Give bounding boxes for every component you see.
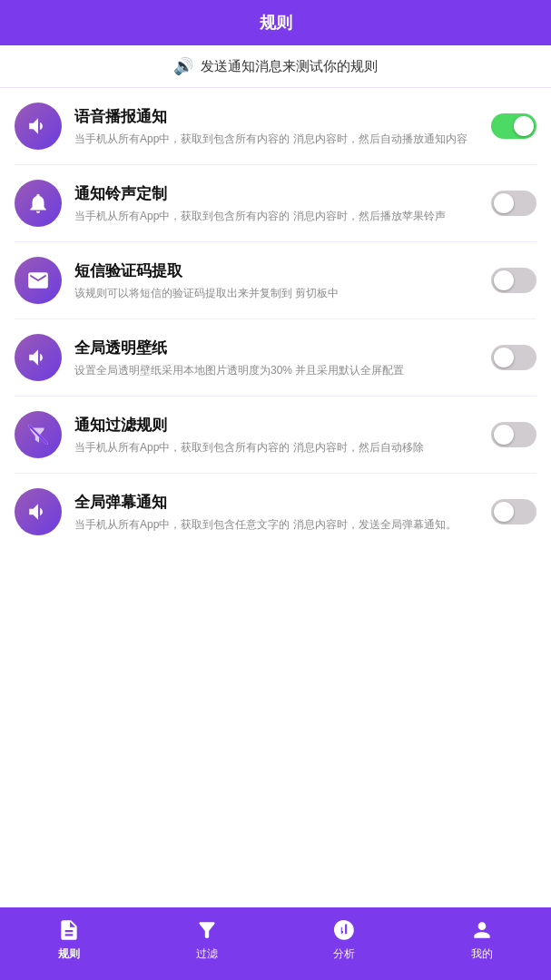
test-banner: 🔊 发送通知消息来测试你的规则 — [0, 45, 551, 88]
header-title: 规则 — [260, 12, 292, 34]
nav-label-filter: 过滤 — [196, 946, 218, 962]
nav-label-rules: 规则 — [58, 946, 80, 962]
rule-title-notification-tone: 通知铃声定制 — [74, 183, 478, 204]
rule-item-sms-code[interactable]: 短信验证码提取该规则可以将短信的验证码提取出来并复制到 剪切板中 — [15, 242, 536, 319]
person-nav-icon — [469, 917, 495, 943]
speaker-icon — [15, 334, 62, 381]
rule-toggle-danmu-notification[interactable] — [491, 499, 536, 524]
analysis-nav-icon — [331, 917, 357, 943]
envelope-icon — [15, 257, 62, 304]
toggle-knob — [494, 348, 514, 368]
nav-label-analysis: 分析 — [333, 946, 355, 962]
rule-item-transparent-wallpaper[interactable]: 全局透明壁纸设置全局透明壁纸采用本地图片透明度为30% 并且采用默认全屏配置 — [15, 319, 536, 397]
rule-content-notification-filter: 通知过滤规则当手机从所有App中，获取到包含所有内容的 消息内容时，然后自动移除 — [74, 415, 478, 456]
nav-label-mine: 我的 — [471, 946, 493, 962]
rules-nav-icon — [56, 917, 82, 943]
nav-item-filter[interactable]: 过滤 — [180, 917, 234, 962]
toggle-knob — [494, 270, 514, 290]
nav-item-mine[interactable]: 我的 — [455, 917, 509, 962]
rule-content-danmu-notification: 全局弹幕通知当手机从所有App中，获取到包含任意文字的 消息内容时，发送全局弹幕… — [74, 492, 478, 533]
rule-desc-danmu-notification: 当手机从所有App中，获取到包含任意文字的 消息内容时，发送全局弹幕通知。 — [74, 516, 478, 533]
filter-off-icon — [15, 411, 62, 458]
rule-toggle-transparent-wallpaper[interactable] — [491, 345, 536, 370]
header: 规则 — [0, 0, 551, 45]
bottom-nav: 规则过滤分析我的 — [0, 907, 551, 980]
nav-item-rules[interactable]: 规则 — [42, 917, 96, 962]
rule-item-notification-filter[interactable]: 通知过滤规则当手机从所有App中，获取到包含所有内容的 消息内容时，然后自动移除 — [15, 397, 536, 474]
rules-list: 语音播报通知当手机从所有App中，获取到包含所有内容的 消息内容时，然后自动播放… — [0, 88, 551, 907]
rule-toggle-voice-broadcast[interactable] — [491, 113, 536, 139]
rule-toggle-sms-code[interactable] — [491, 268, 536, 293]
speaker-icon: 🔊 — [173, 56, 193, 76]
rule-content-voice-broadcast: 语音播报通知当手机从所有App中，获取到包含所有内容的 消息内容时，然后自动播放… — [74, 106, 478, 147]
rule-desc-notification-tone: 当手机从所有App中，获取到包含所有内容的 消息内容时，然后播放苹果铃声 — [74, 208, 478, 224]
speaker-icon — [15, 488, 62, 535]
rule-toggle-notification-filter[interactable] — [491, 422, 536, 447]
rule-item-voice-broadcast[interactable]: 语音播报通知当手机从所有App中，获取到包含所有内容的 消息内容时，然后自动播放… — [15, 88, 536, 165]
bell-icon — [15, 180, 62, 227]
rule-desc-sms-code: 该规则可以将短信的验证码提取出来并复制到 剪切板中 — [74, 285, 478, 301]
toggle-knob — [494, 425, 514, 445]
nav-item-analysis[interactable]: 分析 — [317, 917, 371, 962]
rule-desc-voice-broadcast: 当手机从所有App中，获取到包含所有内容的 消息内容时，然后自动播放通知内容 — [74, 131, 478, 147]
filter-nav-icon — [194, 917, 220, 943]
rule-item-notification-tone[interactable]: 通知铃声定制当手机从所有App中，获取到包含所有内容的 消息内容时，然后播放苹果… — [15, 165, 536, 242]
toggle-knob — [494, 502, 514, 522]
rule-content-sms-code: 短信验证码提取该规则可以将短信的验证码提取出来并复制到 剪切板中 — [74, 260, 478, 301]
test-banner-text: 发送通知消息来测试你的规则 — [201, 58, 378, 75]
rule-toggle-notification-tone[interactable] — [491, 191, 536, 216]
rule-content-notification-tone: 通知铃声定制当手机从所有App中，获取到包含所有内容的 消息内容时，然后播放苹果… — [74, 183, 478, 224]
rule-content-transparent-wallpaper: 全局透明壁纸设置全局透明壁纸采用本地图片透明度为30% 并且采用默认全屏配置 — [74, 338, 478, 378]
speaker-icon — [15, 103, 62, 150]
toggle-knob — [494, 193, 514, 213]
rule-desc-transparent-wallpaper: 设置全局透明壁纸采用本地图片透明度为30% 并且采用默认全屏配置 — [74, 362, 478, 378]
rule-title-voice-broadcast: 语音播报通知 — [74, 106, 478, 127]
rule-item-danmu-notification[interactable]: 全局弹幕通知当手机从所有App中，获取到包含任意文字的 消息内容时，发送全局弹幕… — [15, 474, 536, 550]
rule-desc-notification-filter: 当手机从所有App中，获取到包含所有内容的 消息内容时，然后自动移除 — [74, 439, 478, 456]
rule-title-sms-code: 短信验证码提取 — [74, 260, 478, 281]
toggle-knob — [514, 116, 534, 136]
rule-title-danmu-notification: 全局弹幕通知 — [74, 492, 478, 513]
rule-title-transparent-wallpaper: 全局透明壁纸 — [74, 338, 478, 358]
rule-title-notification-filter: 通知过滤规则 — [74, 415, 478, 436]
